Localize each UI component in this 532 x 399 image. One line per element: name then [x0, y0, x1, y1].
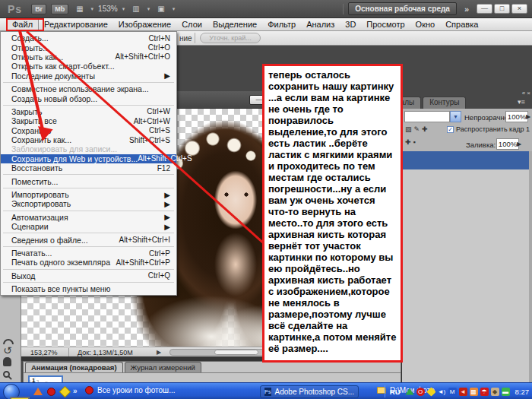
file-menu-item[interactable]: Автоматизация▶ [1, 213, 176, 222]
file-menu-item[interactable]: Сценарии▶ [1, 222, 176, 231]
dock-collapse-icon[interactable]: « [522, 90, 525, 97]
lock-transparency-icon[interactable]: ▨ [405, 125, 412, 133]
layers-scrollbar[interactable] [529, 151, 532, 399]
menu-item-Анализ[interactable]: Анализ [301, 19, 340, 30]
rotate-view-tool-icon[interactable]: ↺ [3, 344, 12, 356]
tab-Журнал измерений[interactable]: Журнал измерений [125, 362, 201, 373]
file-menu-item-label: Закрыть все [11, 116, 57, 125]
menu-item-3D[interactable]: 3D [340, 19, 361, 30]
task-photoshop[interactable]: Ps Adobe Photoshop CS... [260, 385, 359, 398]
lock-all-icon[interactable]: ▪ [413, 138, 416, 146]
propagate-checkbox[interactable]: ✓ [447, 126, 454, 133]
file-menu-item[interactable]: ВосстановитьF12 [1, 163, 176, 173]
close-button[interactable]: × [511, 4, 527, 14]
file-menu-item[interactable]: Печать одного экземпляраAlt+Shift+Ctrl+P [1, 258, 176, 267]
menu-item-Изображение[interactable]: Изображение [113, 19, 176, 30]
file-menu-item[interactable]: Открыть...Ctrl+O [1, 43, 176, 52]
file-menu-item[interactable]: ВыходCtrl+Q [1, 271, 176, 280]
opacity-value[interactable]: 100% [505, 111, 528, 122]
file-menu-item[interactable]: Сведения о файле...Alt+Shift+Ctrl+I [1, 235, 176, 244]
selected-layer-row[interactable] [402, 151, 530, 169]
hand-tool-icon[interactable] [3, 357, 11, 366]
file-menu-item[interactable]: СохранитьCtrl+S [1, 126, 176, 135]
mini-bridge-button[interactable]: Mb [51, 4, 68, 14]
opacity-slider-arrow[interactable]: ▶ [526, 113, 530, 120]
statusbar-zoom-value[interactable]: 153,27% [30, 349, 58, 356]
blend-mode-dropdown-icon[interactable]: ▾ [450, 111, 461, 122]
quicklaunch-fire-icon[interactable] [33, 388, 43, 397]
status-tray-icon[interactable]: ▬ [502, 388, 510, 396]
menu-item-Справка[interactable]: Справка [440, 19, 483, 30]
lock-position-icon[interactable]: ✚ [422, 125, 428, 133]
fill-row: ✚▪ Заливка: 100% ▶ [402, 138, 532, 150]
scrollbar-thumb[interactable] [214, 350, 258, 355]
quicklaunch-chevron[interactable]: » [73, 387, 78, 395]
statusbar-menu-arrow[interactable]: ▶ [157, 349, 161, 356]
palette-tray-icon[interactable]: ◆ [491, 388, 499, 396]
fill-slider-arrow[interactable]: ▶ [517, 141, 521, 147]
file-menu-item[interactable]: Создать новый обзор... [1, 93, 176, 103]
file-menu-item[interactable]: Импортировать▶ [1, 190, 176, 199]
file-menu-item[interactable]: ЗакрытьCtrl+W [1, 107, 176, 116]
screen-mode-icon[interactable]: ▣ [154, 3, 167, 14]
messenger-tray-icon[interactable]: M [448, 388, 457, 396]
annotation-arrow-head [35, 126, 52, 143]
menu-shortcut: Ctrl+O [148, 43, 170, 52]
restore-button[interactable]: □ [494, 4, 510, 14]
panel-menu-icon[interactable]: ▾≡ [518, 98, 525, 106]
workspace-button[interactable]: Основная рабочая среда [348, 2, 457, 15]
zoom-dropdown-icon[interactable]: ▾ [122, 6, 125, 12]
refine-edge-button[interactable]: Уточн. край... [200, 33, 261, 43]
opera-tray-icon[interactable]: O [416, 388, 425, 396]
graphics-tray-icon[interactable] [405, 388, 413, 394]
tab-Анимация (покадровая)[interactable]: Анимация (покадровая) [25, 362, 123, 373]
menu-item-Слои[interactable]: Слои [176, 19, 207, 30]
file-menu-item[interactable]: Экспортировать▶ [1, 199, 176, 208]
quicklaunch-opera-icon[interactable] [47, 388, 56, 397]
blend-mode-select[interactable] [404, 111, 450, 122]
zoom-tool-icon[interactable] [3, 371, 10, 378]
menu-shortcut: Ctrl+S [149, 126, 170, 135]
volume-tray-icon[interactable]: ◄) [438, 388, 446, 396]
dock-close-icon[interactable]: × [527, 90, 530, 97]
file-menu-item[interactable]: Создать...Ctrl+N [1, 33, 176, 43]
avira-tray-icon[interactable]: ☂ [480, 388, 489, 396]
language-indicator[interactable]: RU [390, 388, 401, 396]
diamond-tray-icon[interactable] [426, 387, 435, 396]
minimize-button[interactable]: — [477, 4, 492, 14]
menu-separator [3, 233, 174, 233]
fill-value[interactable]: 100% [496, 138, 519, 150]
screen-mode-dropdown-icon[interactable]: ▾ [173, 6, 176, 12]
file-menu-item[interactable]: Сохранить для Web и устройств...Alt+Shif… [1, 154, 176, 163]
zoom-level-value[interactable]: 153% [98, 5, 118, 13]
menu-item-Просмотр[interactable]: Просмотр [361, 19, 410, 30]
workspace-overflow-chevron[interactable]: » [464, 5, 469, 14]
view-extras-icon[interactable]: ▦ [73, 3, 86, 14]
file-menu-item[interactable]: Закрыть всеAlt+Ctrl+W [1, 116, 176, 125]
animation-tabline [24, 372, 401, 373]
file-menu-item[interactable]: Печатать...Ctrl+P [1, 249, 176, 258]
photo-tray-icon[interactable]: ▩ [470, 388, 478, 396]
submenu-arrow-icon: ▶ [164, 200, 170, 208]
tab-Контуры[interactable]: Контуры [423, 97, 466, 109]
lock-pixels-icon[interactable]: ✎ [414, 125, 420, 133]
file-menu-item[interactable]: Показать все пункты меню [1, 284, 176, 293]
move-lock-icon[interactable]: ✚ [405, 138, 411, 146]
task-lessons[interactable]: Все уроки по фотош... [85, 386, 175, 394]
horn-tray-icon[interactable]: ◄ [459, 388, 467, 396]
menu-item-Окно[interactable]: Окно [410, 19, 441, 30]
layers-list-area[interactable] [402, 169, 530, 399]
menu-item-Редактирование[interactable]: Редактирование [39, 19, 113, 30]
bridge-button[interactable]: Br [31, 4, 46, 14]
arrange-dropdown-icon[interactable]: ▾ [147, 6, 150, 12]
quicklaunch-diamond-icon[interactable] [61, 388, 70, 397]
arrange-documents-icon[interactable]: ▥ [129, 3, 142, 14]
menu-item-Фильтр[interactable]: Фильтр [262, 19, 301, 30]
file-menu-item[interactable]: Последние документы▶ [1, 71, 176, 81]
menu-item-Выделение[interactable]: Выделение [207, 19, 262, 30]
lasso-tool-icon[interactable] [3, 339, 14, 344]
file-menu-item[interactable]: Поместить... [1, 176, 176, 185]
tutorial-note-box: теперь осталось сохранить нашу картинку … [262, 64, 403, 363]
statusbar-doc-size: Док: 1,13М/1,50М [78, 349, 133, 356]
view-extras-dropdown-icon[interactable]: ▾ [91, 6, 94, 12]
